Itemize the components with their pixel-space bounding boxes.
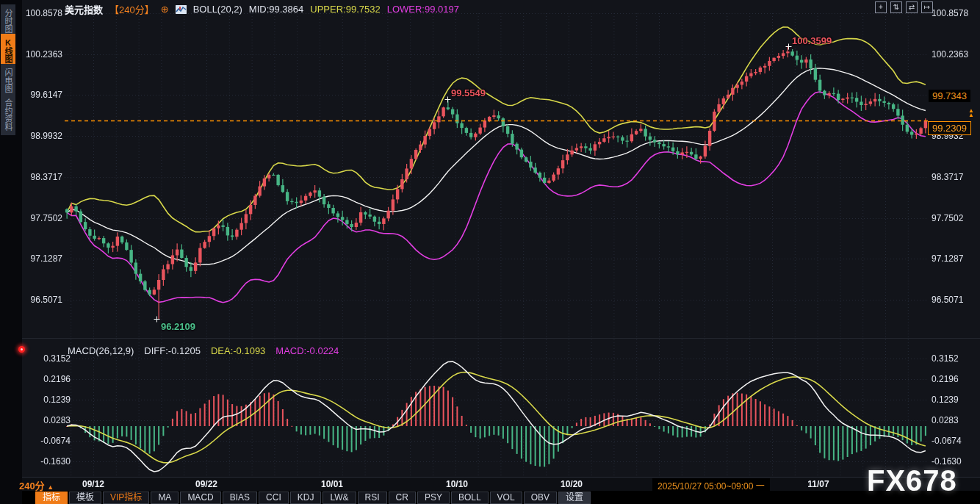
boll-lower-value: LOWER:99.0197 bbox=[387, 4, 459, 15]
mini-chart-icon[interactable] bbox=[176, 5, 187, 14]
macd-axis-label-right: 0.2196 bbox=[932, 374, 959, 384]
band-price-tag: 99.7343 bbox=[929, 90, 970, 102]
toolbar-button-rsi[interactable]: RSI bbox=[358, 492, 387, 504]
macd-header: MACD(26,12,9) DIFF:-0.1205 DEA:-0.1093 M… bbox=[68, 345, 339, 356]
toolbar-button-settings[interactable]: 设置 bbox=[558, 492, 591, 504]
sidebar-item-contract-info[interactable]: 合约资料 bbox=[1, 94, 15, 135]
macd-axis-label-left: -0.1630 bbox=[21, 456, 71, 467]
window-control-jump-latest-icon[interactable]: ↦ bbox=[921, 1, 933, 13]
price-axis-label-right: 97.7502 bbox=[932, 213, 963, 223]
price-axis-label-right: 100.2363 bbox=[932, 49, 968, 60]
price-axis-label-left: 100.2363 bbox=[21, 49, 62, 60]
watermark: FX678 bbox=[867, 464, 957, 497]
selected-candle-time: 2025/10/27 05:00~09:00 一 bbox=[652, 478, 770, 492]
current-price-tag: 99.2309 bbox=[928, 121, 971, 135]
toolbar-button-ma[interactable]: MA bbox=[151, 492, 179, 504]
window-controls: +⇅⇄↦ bbox=[875, 1, 933, 13]
toolbar-button-kdj[interactable]: KDJ bbox=[290, 492, 322, 504]
sidebar-item-flash-chart[interactable]: 闪电图 bbox=[1, 64, 15, 97]
macd-axis-label-left: 0.2196 bbox=[21, 374, 71, 384]
price-axis-label-right: 96.5071 bbox=[932, 295, 963, 305]
symbol-name: 美元指数 bbox=[65, 2, 103, 16]
boll-params: BOLL(20,2) bbox=[193, 4, 242, 15]
macd-axis-label-right: 0.0283 bbox=[932, 415, 959, 425]
toolbar-button-lwr[interactable]: LW& bbox=[323, 492, 356, 504]
macd-diff-value: DIFF:-0.1205 bbox=[144, 345, 201, 356]
swing-high-label-2: 100.3599 bbox=[792, 35, 832, 46]
plus-circle-icon[interactable]: ⊕ bbox=[161, 4, 169, 15]
x-axis-tick: 10/10 bbox=[431, 479, 483, 489]
chart-app-window: 分时图K线图闪电图合约资料 美元指数 【240分】 ⊕ BOLL(20,2) M… bbox=[0, 0, 980, 504]
price-axis-label-right: 97.1287 bbox=[932, 253, 963, 264]
sidebar: 分时图K线图闪电图合约资料 bbox=[0, 0, 22, 504]
panel-divider bbox=[22, 338, 980, 339]
macd-axis-label-right: 0.1239 bbox=[932, 395, 959, 405]
toolbar-button-cci[interactable]: CCI bbox=[259, 492, 289, 504]
macd-axis-label-left: 0.3152 bbox=[21, 353, 71, 364]
price-axis-label-left: 99.6147 bbox=[21, 90, 62, 100]
swing-high-label-1: 99.5549 bbox=[451, 87, 486, 98]
x-axis-tick: 10/01 bbox=[306, 479, 358, 489]
price-axis-label-right: 98.3717 bbox=[932, 172, 963, 182]
x-axis-tick: 09/22 bbox=[181, 479, 232, 489]
macd-axis-label-right: -0.0674 bbox=[932, 436, 962, 446]
macd-dea-value: DEA:-0.1093 bbox=[211, 345, 265, 356]
alert-icon bbox=[18, 346, 25, 353]
sidebar-item-time-share-chart[interactable]: 分时图 bbox=[1, 4, 15, 37]
chart-header: 美元指数 【240分】 ⊕ BOLL(20,2) MID:99.3864 UPP… bbox=[65, 2, 459, 16]
toolbar-button-boll[interactable]: BOLL bbox=[451, 492, 489, 504]
toolbar-button-bias[interactable]: BIAS bbox=[223, 492, 257, 504]
macd-axis-label-left: -0.0674 bbox=[21, 436, 71, 446]
period-label[interactable]: 【240分】 bbox=[109, 2, 154, 16]
window-control-fit-vertical-icon[interactable]: ⇅ bbox=[890, 1, 902, 13]
window-control-pan-icon[interactable]: + bbox=[875, 1, 887, 13]
macd-axis-label-right: 0.3152 bbox=[932, 353, 959, 364]
macd-macd-value: MACD:-0.0224 bbox=[275, 345, 339, 356]
scroll-to-latest-icon[interactable]: ▲▲ bbox=[968, 109, 974, 118]
x-axis-tick: 11/07 bbox=[793, 479, 844, 489]
boll-upper-value: UPPER:99.7532 bbox=[310, 4, 380, 15]
toolbar-button-indicators[interactable]: 指标 bbox=[35, 492, 68, 504]
toolbar-button-vip-indicators[interactable]: VIP指标 bbox=[103, 492, 149, 504]
price-axis-label-left: 97.1287 bbox=[21, 253, 62, 264]
x-axis-tick: 09/12 bbox=[68, 479, 119, 489]
sidebar-item-candlestick-chart[interactable]: K线图 bbox=[1, 34, 15, 67]
toolbar-button-templates[interactable]: 模板 bbox=[69, 492, 101, 504]
toolbar-button-cr[interactable]: CR bbox=[389, 492, 416, 504]
macd-axis-label-left: 0.1239 bbox=[21, 395, 71, 405]
x-axis-row: 240分 ▲ 2025/10/27 05:00~09:00 一 09/1209/… bbox=[22, 478, 980, 491]
indicator-toolbar: 指标模板VIP指标MAMACDBIASCCIKDJLW&RSICRPSYBOLL… bbox=[35, 492, 591, 504]
price-axis-label-left: 98.3717 bbox=[21, 172, 62, 182]
macd-axis-label-left: 0.0283 bbox=[21, 415, 71, 425]
macd-params: MACD(26,12,9) bbox=[68, 345, 134, 356]
toolbar-button-macd[interactable]: MACD bbox=[180, 492, 220, 504]
price-axis-label-left: 100.8578 bbox=[21, 8, 62, 18]
price-axis-label-left: 97.7502 bbox=[21, 213, 62, 223]
swing-low-label: 96.2109 bbox=[161, 321, 195, 332]
period-selector[interactable]: 240分 ▲ bbox=[19, 478, 54, 492]
price-axis-label-left: 96.5071 bbox=[21, 295, 62, 305]
boll-mid-value: MID:99.3864 bbox=[249, 4, 303, 15]
toolbar-button-obv[interactable]: OBV bbox=[524, 492, 557, 504]
toolbar-button-vol[interactable]: VOL bbox=[490, 492, 522, 504]
x-axis-tick: 10/20 bbox=[546, 479, 597, 489]
price-axis-label-right: 100.8578 bbox=[932, 8, 968, 18]
toolbar-button-psy[interactable]: PSY bbox=[417, 492, 450, 504]
price-axis-label-left: 98.9932 bbox=[21, 131, 62, 141]
chevron-up-icon: ▲ bbox=[47, 483, 54, 491]
chart-canvas[interactable] bbox=[0, 0, 980, 504]
window-control-fit-horizontal-icon[interactable]: ⇄ bbox=[906, 1, 918, 13]
